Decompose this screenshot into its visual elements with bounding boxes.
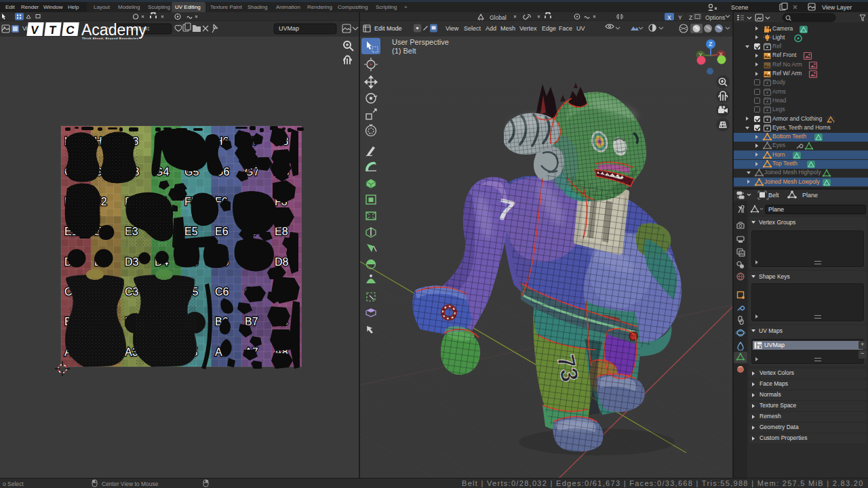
- svg-text:Think Ahead, Beyond Boundaries: Think Ahead, Beyond Boundaries: [82, 37, 138, 40]
- svg-text:D8: D8: [275, 256, 289, 268]
- svg-text:D3: D3: [125, 256, 139, 268]
- svg-text:C6: C6: [215, 286, 229, 298]
- svg-text:E6: E6: [215, 226, 229, 237]
- svg-text:(1) Belt: (1) Belt: [392, 47, 416, 55]
- svg-text:C: C: [65, 24, 75, 37]
- svg-text:User Perspective: User Perspective: [392, 38, 449, 46]
- svg-text:7: 7: [833, 120, 835, 124]
- svg-text:E5: E5: [184, 226, 198, 237]
- svg-text:Z: Z: [709, 41, 713, 47]
